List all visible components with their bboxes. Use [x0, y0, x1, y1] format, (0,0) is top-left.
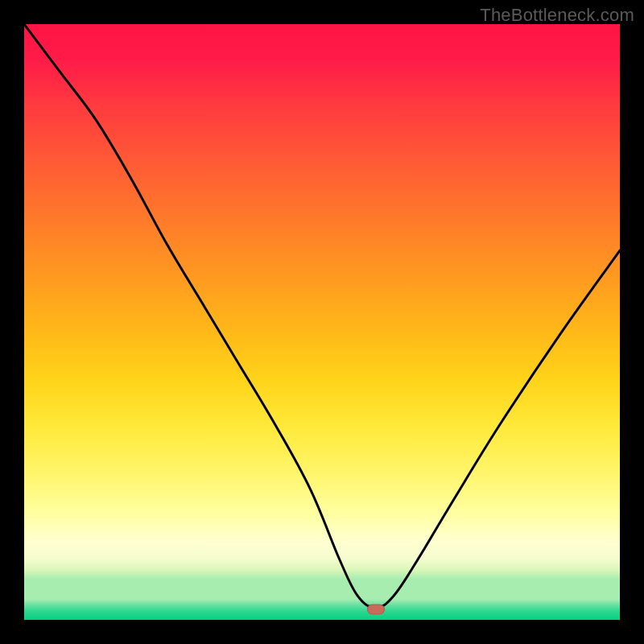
- chart-frame: TheBottleneck.com: [0, 0, 644, 644]
- bottleneck-curve: [24, 24, 620, 620]
- optimum-marker: [367, 605, 385, 615]
- plot-area: [24, 24, 620, 620]
- watermark-text: TheBottleneck.com: [480, 5, 634, 26]
